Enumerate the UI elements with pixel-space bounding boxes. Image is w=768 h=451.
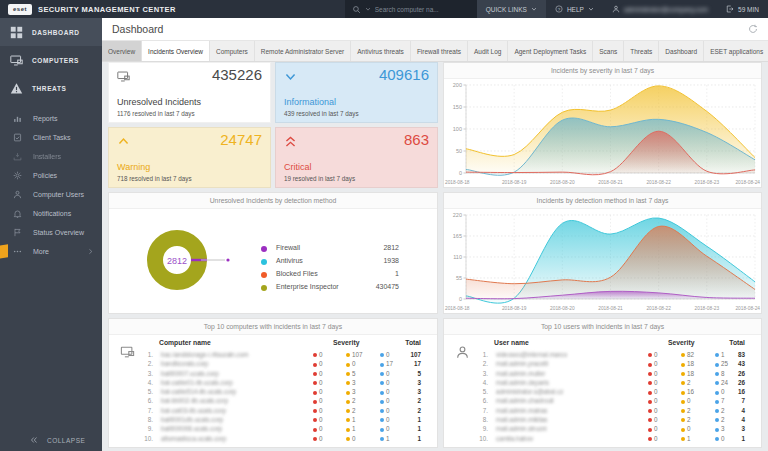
sidebar-item-dashboard[interactable]: DASHBOARD <box>0 18 102 46</box>
sidebar-item-threats[interactable]: THREATS <box>0 74 102 102</box>
table-row[interactable]: 5.administrator.s@abal.cz016016 <box>444 387 761 396</box>
svg-text:2018-08-24: 2018-08-24 <box>735 180 760 185</box>
table-row[interactable]: 8.mail.admin.miklias0224 <box>444 415 761 424</box>
table-row[interactable]: 6.bat-bb002-iib.ucals.corp0202 <box>109 396 437 405</box>
collapse-button[interactable]: COLLAPSE <box>30 436 85 444</box>
tab-dashboard[interactable]: Dashboard <box>659 41 704 61</box>
row-total: 3 <box>387 378 421 387</box>
table-body: 1.videosec@internal.marco0821832.mail.ad… <box>444 350 761 443</box>
severity-count: 107 <box>346 350 363 359</box>
svg-text:2018-08-21: 2018-08-21 <box>598 180 623 185</box>
severity-count: 0 <box>313 378 323 387</box>
legend-item-antivirus: Antivirus1938 <box>257 256 437 268</box>
row-rank: 7. <box>135 406 153 415</box>
tab-incidents-overview[interactable]: Incidents Overview <box>142 41 210 61</box>
row-rank: 6. <box>470 396 488 405</box>
panel-title: Unresolved Incidents by detection method <box>109 193 437 209</box>
tab-eset-applications[interactable]: ESET applications <box>704 41 768 61</box>
svg-text:2018-08-23: 2018-08-23 <box>695 180 720 185</box>
table-row[interactable]: 8.ball0001clb.ucals.corp0101 <box>109 415 437 424</box>
table-row[interactable]: 10.camila.habov0101 <box>444 434 761 443</box>
sidebar-item-notifications[interactable]: Notifications <box>0 204 102 223</box>
svg-text:2018-08-18: 2018-08-18 <box>445 306 470 311</box>
sidebar-item-more[interactable]: More <box>0 242 102 261</box>
row-rank: 1. <box>135 350 153 359</box>
table-row[interactable]: 7.mail.admin.matras0224 <box>444 406 761 415</box>
severity-area-chart: 0501001502002018-08-182018-08-192018-08-… <box>444 78 761 187</box>
sidebar-item-computers[interactable]: COMPUTERS <box>0 46 102 74</box>
table-row[interactable]: 3.ball00007.ucals.corp0505 <box>109 369 437 378</box>
column-header-total: Total <box>711 339 745 346</box>
card-subtitle: 19 resolved in last 7 days <box>284 175 355 182</box>
table-row[interactable]: 9.ball000008.ucals.corp0101 <box>109 424 437 433</box>
severity-count: 2 <box>681 378 691 387</box>
dashboard-content: 435226Unresolved Incidents1176 resolved … <box>102 60 768 451</box>
table-row[interactable]: 1.bac-landstorage-i.ritsuzaln.com0107010… <box>109 350 437 359</box>
chevron-down-icon <box>284 70 297 83</box>
sidebar-item-status-overview[interactable]: Status Overview <box>0 223 102 242</box>
tab-remote-administrator-server[interactable]: Remote Administrator Server <box>255 41 351 61</box>
legend-value: 2812 <box>383 244 399 251</box>
svg-text:2018-08-22: 2018-08-22 <box>646 306 671 311</box>
tab-audit-log[interactable]: Audit Log <box>468 41 508 61</box>
svg-text:0: 0 <box>459 170 462 176</box>
sidebar-item-reports[interactable]: Reports <box>0 109 102 128</box>
sidebar-item-installers[interactable]: Installers <box>0 147 102 166</box>
tab-firewall-threats[interactable]: Firewall threats <box>411 41 468 61</box>
collapse-label: COLLAPSE <box>47 437 85 444</box>
card-warning[interactable]: 24747Warning718 resolved in last 7 days <box>108 127 271 188</box>
warning-icon <box>10 82 23 95</box>
row-rank: 1. <box>470 350 488 359</box>
user-menu[interactable]: administrator@company.com <box>603 0 717 18</box>
sidebar-item-client-tasks[interactable]: Client Tasks <box>0 128 102 147</box>
table-row[interactable]: 5.bat-cable514-iib.ucals.corp0303 <box>109 387 437 396</box>
search-input[interactable]: Search computer na... <box>375 6 439 13</box>
row-total: 1 <box>711 434 745 443</box>
column-header-name: Computer name <box>159 339 211 346</box>
severity-count: 2 <box>681 406 691 415</box>
table-row[interactable]: 2.mail.admin.pracelli0182543 <box>444 359 761 368</box>
search-box[interactable]: Search computer na... <box>345 0 477 18</box>
sidebar-item-computer-users[interactable]: Computer Users <box>0 185 102 204</box>
table-row[interactable]: 4.mail.admin.deparis022426 <box>444 378 761 387</box>
severity-count: 0 <box>313 424 323 433</box>
table-row[interactable]: 1.videosec@internal.marco082183 <box>444 350 761 359</box>
row-name: ball00007.ucals.corp <box>161 369 307 378</box>
tab-computers[interactable]: Computers <box>210 41 255 61</box>
table-row[interactable]: 6.mail.admin.chadrouli0077 <box>444 396 761 405</box>
card-informational[interactable]: 409616Informational439 resolved in last … <box>275 62 438 123</box>
search-scope-chevron-icon[interactable] <box>365 6 371 12</box>
card-unresolved-incidents[interactable]: 435226Unresolved Incidents1176 resolved … <box>108 62 271 123</box>
table-row[interactable]: 3.mail.admin.muller018826 <box>444 369 761 378</box>
panel-incidents-by-severity: Incidents by severity in last 7 days 050… <box>443 62 762 188</box>
tab-scans[interactable]: Scans <box>593 41 624 61</box>
severity-count: 0 <box>313 369 323 378</box>
tab-antivirus-threats[interactable]: Antivirus threats <box>351 41 411 61</box>
tab-threats[interactable]: Threats <box>624 41 659 61</box>
table-row[interactable]: 7.bat-cat03-iib.ucals.corp0202 <box>109 406 437 415</box>
help-menu[interactable]: ? HELP <box>546 0 603 18</box>
session-timeout[interactable]: 59 MIN <box>717 0 768 18</box>
tab-agent-deployment-tasks[interactable]: Agent Deployment Tasks <box>508 41 593 61</box>
svg-text:2018-08-21: 2018-08-21 <box>598 306 623 311</box>
severity-count: 0 <box>313 396 323 405</box>
sidebar-secondary-nav: ReportsClient TasksInstallersPoliciesCom… <box>0 109 102 261</box>
legend-item-blocked-files: Blocked Files1 <box>257 269 437 281</box>
quick-links-menu[interactable]: QUICK LINKS <box>477 0 546 18</box>
reports-icon <box>13 114 22 123</box>
table-row[interactable]: 4.bat-cable01-iib.ucals.corp0303 <box>109 378 437 387</box>
table-row[interactable]: 10.altomasticca.ucals.corp0011 <box>109 434 437 443</box>
refresh-icon[interactable] <box>748 24 758 34</box>
table-row[interactable]: 2.bandlicorals.corp001717 <box>109 359 437 368</box>
sidebar-item-label: Client Tasks <box>33 134 71 141</box>
chevron-up-icon <box>117 135 130 148</box>
row-rank: 10. <box>135 434 153 443</box>
installers-icon <box>13 152 22 161</box>
card-critical[interactable]: 863Critical19 resolved in last 7 days <box>275 127 438 188</box>
card-value: 24747 <box>220 131 262 148</box>
panel-title: Top 10 users with incidents in last 7 da… <box>444 319 761 335</box>
sidebar-item-label: DASHBOARD <box>32 29 80 36</box>
tab-overview[interactable]: Overview <box>102 41 142 61</box>
sidebar-item-policies[interactable]: Policies <box>0 166 102 185</box>
table-row[interactable]: 9.mail.admin.strucni0033 <box>444 424 761 433</box>
